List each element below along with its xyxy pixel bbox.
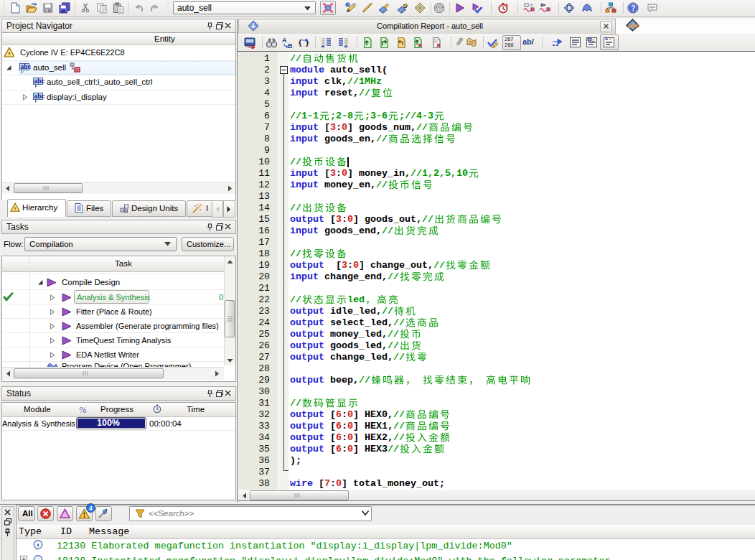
svg-text:STOP: STOP [436,6,444,9]
svg-text:?: ? [631,4,635,12]
svg-text:A: A [282,37,287,44]
svg-text:4: 4 [89,505,93,512]
svg-text:{: { [299,38,302,47]
svg-text:abc: abc [21,63,31,70]
svg-text:abc: abc [628,22,639,29]
svg-text:abc: abc [34,93,44,100]
svg-text:B: B [288,42,293,49]
svg-text:abc: abc [34,78,44,85]
